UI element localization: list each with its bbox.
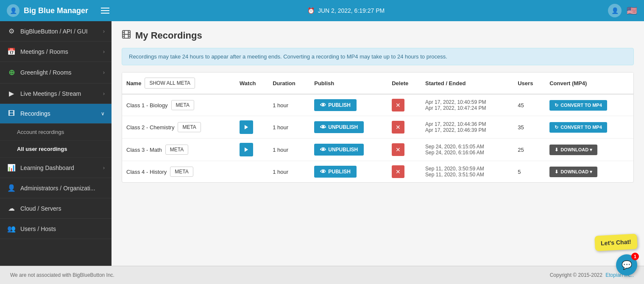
cell-name: Class 1 - Biology META	[122, 94, 235, 116]
sidebar-item-greenlight[interactable]: ⊕ Greenlight / Rooms ›	[0, 62, 112, 84]
datetime-label: JUN 2, 2022, 6:19:27 PM	[318, 7, 385, 14]
convert-button[interactable]: ↻ CONVERT TO MP4	[549, 122, 607, 133]
page-title-text: My Recordings	[135, 30, 202, 41]
cell-publish: 👁 PUBLISH	[310, 94, 388, 116]
download-icon: ⬇	[555, 147, 558, 153]
watch-button[interactable]	[240, 120, 253, 134]
play-icon: ▶	[7, 89, 16, 97]
sub-item-label-account: Account recordings	[17, 129, 64, 135]
x-icon: ✕	[396, 168, 401, 175]
cell-duration: 1 hour	[268, 161, 310, 183]
refresh-icon: ↻	[555, 125, 558, 130]
cell-watch	[235, 94, 268, 116]
sub-item-label-all-user: All user recordings	[17, 146, 67, 152]
sidebar-sub-item-all-user-recordings[interactable]: All user recordings	[0, 141, 112, 158]
admin-icon: 👤	[7, 184, 16, 192]
cell-delete: ✕	[388, 161, 421, 183]
sidebar-sub-item-account-recordings[interactable]: Account recordings	[0, 124, 112, 141]
table-row: Class 2 - Chemistry META 1 hour 👁 UNPUBL…	[122, 116, 633, 139]
delete-button[interactable]: ✕	[392, 143, 404, 156]
chevron-right-icon: ›	[103, 28, 105, 34]
cell-users: 35	[513, 116, 545, 139]
cell-name: Class 4 - History META	[122, 161, 235, 183]
download-button[interactable]: ⬇ DOWNLOAD ▾	[549, 145, 597, 155]
x-icon: ✕	[396, 124, 401, 131]
user-avatar[interactable]: 👤	[608, 4, 622, 17]
recording-name: Class 2 - Chemistry	[126, 124, 174, 131]
users-icon: 👥	[7, 225, 16, 233]
lets-chat-widget[interactable]: Let's Chat!	[595, 235, 637, 250]
cloud-icon: ☁	[7, 204, 16, 212]
unpublish-button[interactable]: 👁 UNPUBLISH	[314, 121, 364, 133]
brand-name: Big Blue Manager	[24, 6, 88, 15]
started-date: Sep 24, 2020, 6:15:05 AM	[425, 144, 509, 150]
sidebar-item-administrators[interactable]: 👤 Administrators / Organizati...	[0, 178, 112, 198]
hamburger-button[interactable]	[101, 8, 109, 14]
svg-marker-9	[245, 148, 248, 152]
gear-icon: ⚙	[7, 27, 16, 35]
calendar-icon: 📅	[7, 47, 16, 56]
recordings-icon: 🎞	[7, 110, 16, 117]
sidebar-item-cloud-servers[interactable]: ☁ Cloud / Servers	[0, 198, 112, 219]
ended-date: Sep 11, 2020, 3:51:50 AM	[425, 172, 509, 178]
footer: We are not associated with BigBlueButton…	[0, 266, 644, 284]
download-button[interactable]: ⬇ DOWNLOAD ▾	[549, 167, 597, 177]
convert-button[interactable]: ↻ CONVERT TO MP4	[549, 100, 607, 111]
cell-users: 5	[513, 161, 545, 183]
watch-button[interactable]	[240, 143, 253, 156]
top-nav: 👤 Big Blue Manager ⏰ JUN 2, 2022, 6:19:2…	[0, 0, 644, 21]
unpublish-button[interactable]: 👁 UNPUBLISH	[314, 144, 364, 156]
chevron-right-icon: ›	[103, 165, 105, 171]
meta-button[interactable]: META	[171, 100, 194, 110]
sidebar-item-learning-dashboard[interactable]: 📊 Learning Dashboard ›	[0, 158, 112, 178]
recording-name: Class 4 - History	[126, 169, 167, 175]
publish-button[interactable]: 👁 PUBLISH	[314, 99, 357, 111]
sidebar-label-live-meetings: Live Meetings / Stream	[20, 90, 99, 97]
sidebar-label-administrators: Administrators / Organizati...	[20, 185, 105, 192]
eye-slash-icon: 👁	[320, 146, 326, 153]
lets-chat-label[interactable]: Let's Chat!	[594, 234, 638, 251]
cell-watch	[235, 139, 268, 161]
started-date: Apr 17, 2022, 10:40:59 PM	[425, 99, 509, 105]
sidebar-item-bigbluebutton[interactable]: ⚙ BigBlueButton / API / GUI ›	[0, 21, 112, 42]
film-icon	[122, 30, 131, 41]
download-icon: ⬇	[555, 169, 558, 175]
meta-button[interactable]: META	[165, 145, 188, 155]
cell-users: 25	[513, 139, 545, 161]
chart-icon: 📊	[7, 164, 16, 172]
plus-icon: ⊕	[7, 68, 16, 77]
sidebar-item-users-hosts[interactable]: 👥 Users / Hosts	[0, 219, 112, 239]
sidebar-item-recordings[interactable]: 🎞 Recordings ∨	[0, 104, 112, 124]
ended-date: Apr 17, 2022, 10:47:24 PM	[425, 105, 509, 111]
sidebar-item-live-meetings[interactable]: ▶ Live Meetings / Stream ›	[0, 84, 112, 104]
chevron-right-icon: ›	[103, 70, 105, 75]
delete-button[interactable]: ✕	[392, 99, 404, 111]
sidebar-item-meetings[interactable]: 📅 Meetings / Rooms ›	[0, 42, 112, 62]
cell-delete: ✕	[388, 116, 421, 139]
recordings-table-container: Name SHOW ALL META Watch Duration Publis…	[122, 72, 634, 183]
cell-watch	[235, 161, 268, 183]
info-banner: Recordings may take 24 hours to appear a…	[122, 48, 634, 65]
brand-icon: 👤	[7, 4, 20, 17]
delete-button[interactable]: ✕	[392, 121, 404, 134]
sidebar-label-greenlight: Greenlight / Rooms	[20, 69, 99, 76]
publish-button[interactable]: 👁 PUBLISH	[314, 166, 357, 178]
cell-convert: ↻ CONVERT TO MP4	[545, 94, 633, 116]
nav-datetime: ⏰ JUN 2, 2022, 6:19:27 PM	[307, 7, 608, 14]
show-all-meta-button[interactable]: SHOW ALL META	[145, 78, 195, 89]
page-title-row: My Recordings	[122, 30, 634, 41]
meta-button[interactable]: META	[170, 167, 193, 177]
cell-name: Class 3 - Math META	[122, 139, 235, 161]
chat-circle-button[interactable]: 💬 1	[616, 254, 637, 276]
delete-button[interactable]: ✕	[392, 165, 404, 178]
th-duration: Duration	[268, 72, 310, 94]
sidebar-label-bigbluebutton: BigBlueButton / API / GUI	[20, 28, 99, 35]
th-users: Users	[513, 72, 545, 94]
cell-publish: 👁 UNPUBLISH	[310, 116, 388, 139]
x-icon: ✕	[396, 102, 401, 109]
th-publish: Publish	[310, 72, 388, 94]
chevron-right-icon: ›	[103, 49, 105, 55]
cell-duration: 1 hour	[268, 94, 310, 116]
recording-name: Class 1 - Biology	[126, 102, 168, 109]
meta-button[interactable]: META	[178, 122, 201, 132]
